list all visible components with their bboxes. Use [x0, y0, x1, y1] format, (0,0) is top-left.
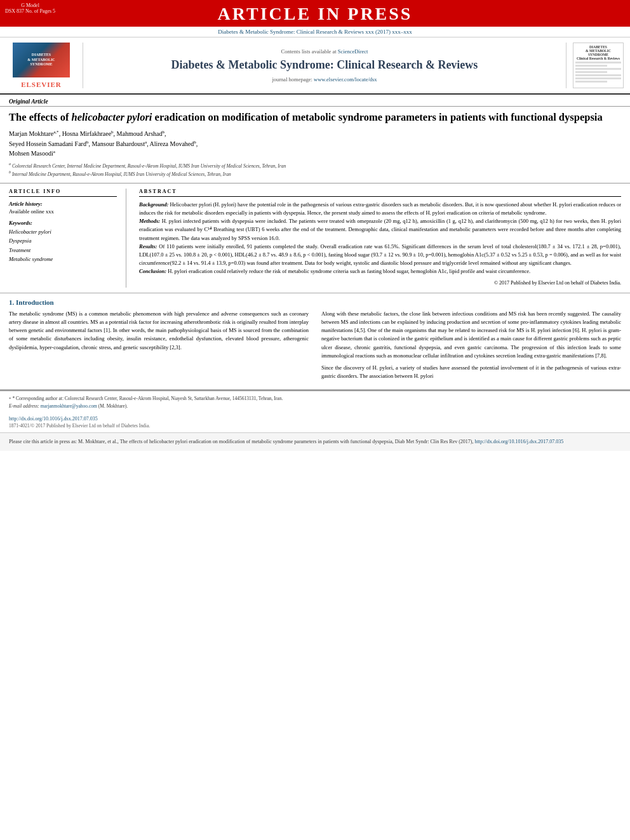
abstract-header: ABSTRACT	[139, 189, 621, 197]
keywords-label: Keywords:	[9, 220, 117, 226]
intro-para-right-1: Along with these metabolic factors, the …	[321, 310, 621, 360]
sciencedirect-link[interactable]: ScienceDirect	[338, 48, 368, 55]
introduction-right-col: Along with these metabolic factors, the …	[321, 310, 621, 384]
article-info-column: ARTICLE INFO Article history: Available …	[9, 189, 126, 288]
doi-line: http://dx.doi.org/10.1016/j.dsx.2017.07.…	[0, 413, 630, 423]
keyword-item: Treatment	[9, 246, 117, 255]
journal-cover-thumb: DIABETES& METABOLICSYNDROME	[13, 43, 70, 77]
conclusion-label: Conclusion:	[139, 268, 166, 274]
contents-line: Contents lists available at ScienceDirec…	[281, 48, 368, 55]
elsevier-brand: ELSEVIER	[21, 81, 62, 88]
authors-line: Marjan Mokhtarea,*, Hosna Mirfakhraeeb, …	[9, 129, 621, 158]
keywords-list: Helicobacter pylori Dyspepsia Treatment …	[9, 227, 117, 264]
keyword-item: Dyspepsia	[9, 236, 117, 245]
journal-url[interactable]: www.elsevier.com/locate/dsx	[314, 76, 377, 83]
intro-para-1: The metabolic syndrome (MS) is a common …	[9, 310, 309, 352]
article-info-header: ARTICLE INFO	[9, 189, 117, 197]
background-label: Background:	[139, 201, 168, 208]
footnote-area: * * Corresponding author at: Colorectal …	[0, 390, 630, 413]
journal-reference-line: Diabetes & Metabolic Syndrome: Clinical …	[0, 27, 630, 37]
email-label: E-mail address:	[9, 403, 39, 409]
citation-box: Please cite this article in press as: M.…	[0, 432, 630, 451]
introduction-body: The metabolic syndrome (MS) is a common …	[9, 310, 621, 384]
article-info-abstract-section: ARTICLE INFO Article history: Available …	[0, 183, 630, 293]
abstract-text: Background: Helicobacter pylori (H. pylo…	[139, 201, 621, 288]
article-title: The effects of helicobacter pylori eradi…	[9, 110, 621, 124]
abstract-copyright: © 2017 Published by Elsevier Ltd on beha…	[139, 279, 621, 287]
introduction-section: 1. Introduction The metabolic syndrome (…	[0, 293, 630, 390]
journal-header: DIABETES& METABOLICSYNDROME ELSEVIER Con…	[0, 37, 630, 95]
journal-homepage: journal homepage: www.elsevier.com/locat…	[272, 76, 377, 83]
introduction-title: 1. Introduction	[9, 298, 621, 306]
affiliations: a Colorectal Research Center, Internal M…	[9, 161, 621, 178]
article-title-section: The effects of helicobacter pylori eradi…	[0, 107, 630, 183]
history-label: Article history:	[9, 201, 117, 207]
keyword-item: Metabolic syndrome	[9, 255, 117, 263]
article-in-press-title: ARTICLE IN PRESS	[218, 4, 413, 23]
journal-title: Diabetes & Metabolic Syndrome: Clinical …	[171, 58, 478, 72]
article-title-italic: helicobacter pylori	[72, 111, 152, 123]
footnote-email-name: (M. Mokhtare).	[98, 403, 128, 409]
intro-para-right-2: Since the discovery of H. pylori, a vari…	[321, 364, 621, 380]
article-type-label: Original Article	[0, 95, 630, 107]
doi-link[interactable]: http://dx.doi.org/10.1016/j.dsx.2017.07.…	[9, 416, 98, 422]
elsevier-logo-area: DIABETES& METABOLICSYNDROME ELSEVIER	[6, 43, 76, 88]
journal-info: Contents lists available at ScienceDirec…	[83, 43, 566, 88]
results-label: Results:	[139, 243, 157, 250]
footnote-email[interactable]: marjanmokhtare@yahoo.com	[41, 403, 97, 409]
gmodel-label: G Model DSX 837 No. of Pages 5	[5, 3, 55, 14]
history-value: Available online xxx	[9, 208, 117, 215]
copyright-line: 1871-4021/© 2017 Published by Elsevier L…	[0, 423, 630, 432]
methods-label: Methods:	[139, 218, 160, 224]
citation-doi-link[interactable]: http://dx.doi.org/10.1016/j.dsx.2017.07.…	[475, 439, 564, 444]
citation-text: Please cite this article in press as: M.…	[9, 439, 474, 444]
journal-thumbnail: DIABETES& METABOLICSYNDROMEClinical Rese…	[573, 43, 624, 88]
abstract-column: ABSTRACT Background: Helicobacter pylori…	[139, 189, 621, 288]
keyword-item: Helicobacter pylori	[9, 227, 117, 236]
introduction-left-col: The metabolic syndrome (MS) is a common …	[9, 310, 309, 384]
article-in-press-banner: G Model DSX 837 No. of Pages 5 ARTICLE I…	[0, 0, 630, 27]
footnote-address: * Corresponding author at: Colorectal Re…	[12, 396, 283, 401]
